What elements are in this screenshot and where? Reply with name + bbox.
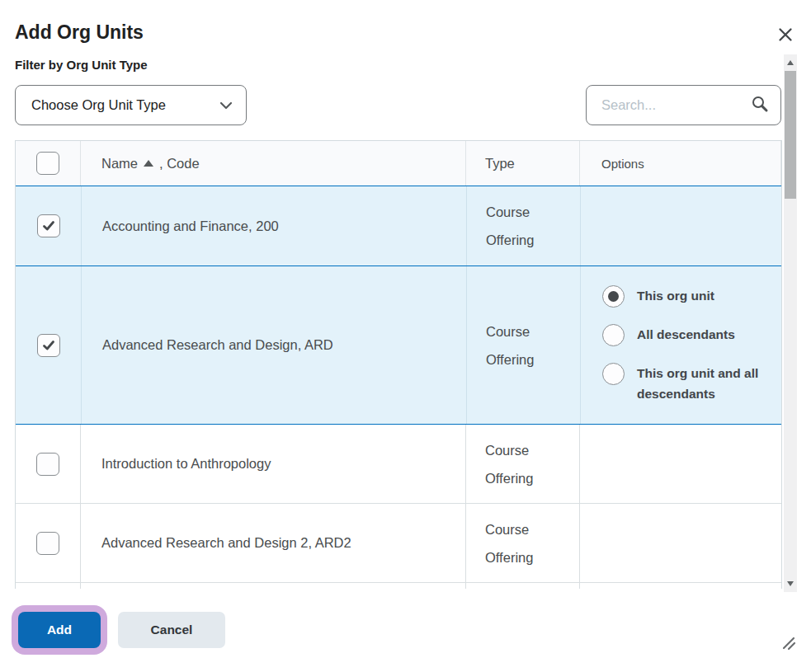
org-unit-options-cell — [580, 425, 781, 503]
descendants-radio-group: This org unit All descendants This org u… — [602, 277, 761, 413]
org-unit-type: Course Offering — [486, 317, 552, 374]
radio-this-org-unit[interactable]: This org unit — [602, 285, 761, 308]
selected-rows-block: Accounting and Finance, 200 Course Offer… — [15, 186, 782, 425]
row-checkbox-checked[interactable] — [37, 334, 60, 357]
radio-label: This org unit and all descendants — [637, 363, 761, 405]
org-unit-type-dropdown[interactable]: Choose Org Unit Type — [15, 85, 247, 125]
search-input[interactable] — [601, 97, 751, 113]
radio-this-org-unit-and-all-descendants[interactable]: This org unit and all descendants — [602, 363, 761, 405]
add-org-units-dialog: Add Org Units Filter by Org Unit Type Ch… — [0, 0, 811, 672]
scrollbar-thumb[interactable] — [785, 71, 796, 199]
header-name-label[interactable]: Name — [101, 156, 138, 172]
radio-unselected-icon — [602, 363, 625, 385]
search-icon[interactable] — [751, 95, 769, 116]
header-code-label: , Code — [159, 156, 200, 172]
row-checkbox-cell — [16, 504, 81, 582]
table-header-row: Name , Code Type Options — [16, 141, 781, 186]
dropdown-selected-value: Choose Org Unit Type — [31, 97, 219, 113]
resize-handle-icon[interactable] — [780, 635, 797, 651]
org-unit-options-cell — [580, 504, 781, 582]
org-unit-type: Course Offering — [486, 198, 552, 254]
row-checkbox-cell — [16, 425, 81, 503]
radio-label: This org unit — [637, 285, 714, 307]
table-row-advanced-research-design-2: Advanced Research and Design 2, ARD2 Cou… — [16, 504, 781, 583]
scroll-down-arrow[interactable] — [784, 577, 797, 590]
select-all-checkbox[interactable] — [36, 152, 59, 175]
org-unit-type: Course Offering — [485, 436, 551, 492]
org-unit-type: Course Offering — [485, 515, 551, 571]
header-type: Type — [466, 141, 580, 186]
row-checkbox-unchecked[interactable] — [36, 453, 59, 476]
header-name-code: Name , Code — [81, 141, 466, 186]
table-row-advanced-research-design: Advanced Research and Design, ARD Course… — [16, 266, 781, 424]
header-options: Options — [580, 141, 781, 186]
scroll-up-arrow[interactable] — [784, 56, 797, 69]
row-checkbox-cell — [16, 266, 82, 424]
vertical-scrollbar[interactable] — [784, 54, 797, 592]
org-unit-options-cell — [581, 186, 781, 266]
sort-ascending-icon — [144, 160, 153, 167]
org-unit-name: Advanced Research and Design, ARD — [82, 266, 467, 424]
chevron-down-icon — [219, 98, 233, 113]
radio-label: All descendants — [637, 324, 735, 345]
add-button[interactable]: Add — [18, 612, 101, 648]
dialog-title: Add Org Units — [15, 21, 144, 44]
radio-all-descendants[interactable]: All descendants — [602, 324, 761, 346]
org-unit-name: Advanced Research and Design 2, ARD2 — [81, 504, 466, 582]
search-box — [586, 85, 781, 125]
filter-label: Filter by Org Unit Type — [15, 58, 148, 72]
org-unit-options-cell: This org unit All descendants This org u… — [581, 266, 781, 424]
row-checkbox-unchecked[interactable] — [36, 532, 59, 555]
radio-unselected-icon — [602, 324, 625, 346]
radio-selected-icon — [602, 285, 625, 308]
org-unit-name: Accounting and Finance, 200 — [82, 186, 467, 266]
org-unit-name: Introduction to Anthropology — [81, 425, 466, 503]
table-row-accounting-finance: Accounting and Finance, 200 Course Offer… — [16, 186, 781, 266]
close-icon — [777, 26, 794, 45]
header-select-all-cell — [16, 141, 81, 186]
row-checkbox-checked[interactable] — [37, 214, 60, 237]
table-row-intro-anthropology: Introduction to Anthropology Course Offe… — [16, 425, 781, 504]
row-checkbox-cell — [16, 186, 82, 266]
close-button[interactable] — [774, 25, 797, 46]
org-units-table: Name , Code Type Options Accounting and … — [15, 140, 782, 589]
cancel-button[interactable]: Cancel — [118, 612, 225, 648]
table-row-clipped — [16, 583, 781, 589]
